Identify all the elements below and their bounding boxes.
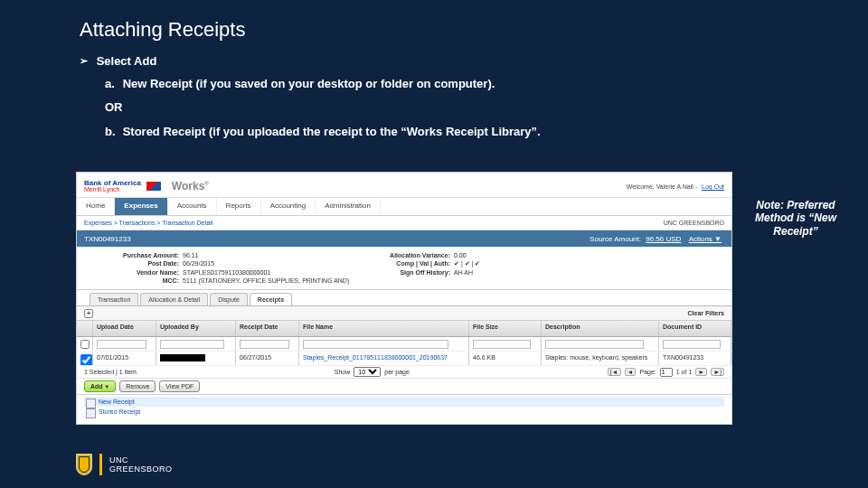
actions-menu[interactable]: Actions ▼ xyxy=(689,235,722,243)
row-file-size: 46.6 KB xyxy=(469,352,542,365)
user-line: Welcome, Valerie A Nall - Log Out xyxy=(627,183,724,190)
sub-item-or: OR xyxy=(105,100,796,115)
transaction-id: TXN00491233 xyxy=(84,235,131,243)
alloc-variance-label: Allocation Variance: xyxy=(373,252,450,258)
page-input[interactable] xyxy=(660,368,673,377)
triangle-bullet-icon: ➢ xyxy=(80,55,88,67)
selected-count: 1 Selected | 1 item xyxy=(84,369,137,375)
column-upload-date[interactable]: Upload Date xyxy=(93,321,156,336)
source-amount-link[interactable]: 96.56 USD xyxy=(646,235,681,243)
post-date-value: 06/29/2015 xyxy=(183,260,214,267)
slide-title: Attaching Receipts xyxy=(80,18,796,42)
filter-receipt-date[interactable] xyxy=(240,340,289,349)
filter-file-size[interactable] xyxy=(473,340,531,349)
nav-expenses[interactable]: Expenses xyxy=(115,198,167,215)
works-app-screenshot: Bank of America Merrill Lynch Works® Wel… xyxy=(76,172,732,425)
page-label: Page: xyxy=(639,369,656,375)
page-size-select[interactable]: 10 xyxy=(354,367,381,377)
view-pdf-button[interactable]: View PDF xyxy=(159,380,200,392)
column-file-name[interactable]: File Name xyxy=(299,321,469,336)
purchase-amount-value: 96.11 xyxy=(183,252,199,258)
vendor-name-value: STAPLES01759110380000001 xyxy=(183,269,270,276)
filter-upload-date[interactable] xyxy=(97,340,146,349)
column-uploaded-by[interactable]: Uploaded By xyxy=(156,321,236,336)
product-name: Works xyxy=(172,180,204,192)
breadcrumb[interactable]: Expenses > Transactions > Transaction De… xyxy=(84,220,212,226)
org-name: UNC GREENSBORO xyxy=(664,220,724,226)
signoff-value: AH AH xyxy=(454,269,473,276)
column-description[interactable]: Description xyxy=(542,321,659,336)
pager: |◄ ◄ Page: 1 of 1 ► ►| xyxy=(608,368,724,377)
logout-link[interactable]: Log Out xyxy=(702,183,724,190)
comp-val-auth-value: ✔ | ✔ | ✔ xyxy=(454,260,480,267)
filter-description[interactable] xyxy=(545,340,644,349)
column-receipt-date[interactable]: Receipt Date xyxy=(236,321,299,336)
nav-home[interactable]: Home xyxy=(77,198,115,215)
vendor-name-label: Vendor Name: xyxy=(102,269,179,276)
item-a-text: New Receipt (if you saved on your deskto… xyxy=(123,77,495,90)
menu-item-new-receipt[interactable]: New Receipt xyxy=(84,397,724,407)
flag-icon xyxy=(146,182,161,191)
source-amount-label: Source Amount: xyxy=(590,235,641,243)
welcome-label: Welcome, xyxy=(627,183,656,190)
purchase-amount-label: Purchase Amount: xyxy=(102,252,179,258)
clear-filters-link[interactable]: Clear Filters xyxy=(688,310,724,316)
row-file-name[interactable]: Staples_Receipt_011785111838000001_20190… xyxy=(299,352,469,365)
menu-item-stored-receipt[interactable]: Stored Receipt xyxy=(84,407,724,417)
trademark-icon: ® xyxy=(204,181,208,186)
per-page-label: per page xyxy=(384,369,410,375)
top-nav: Home Expenses Accounts Reports Accountin… xyxy=(77,198,731,216)
sub-item-b: b. Stored Receipt (if you uploaded the r… xyxy=(105,125,796,139)
page-of: 1 of 1 xyxy=(676,369,693,375)
bullet-text: Select Add xyxy=(97,54,157,68)
expand-filter-button[interactable]: + xyxy=(84,309,93,318)
redaction-bar xyxy=(160,354,205,361)
subtab-transaction[interactable]: Transaction xyxy=(90,293,138,305)
logo-text-greensboro: GREENSBORO xyxy=(109,465,173,474)
filter-uploaded-by[interactable] xyxy=(160,340,224,349)
brand-area: Bank of America Merrill Lynch Works® xyxy=(84,180,209,192)
row-description: Staples: mouse, keyboard, speakers xyxy=(542,352,659,365)
nav-accounts[interactable]: Accounts xyxy=(168,198,217,215)
item-a-label: a. xyxy=(105,77,119,91)
nav-reports[interactable]: Reports xyxy=(217,198,261,215)
source-amount-area: Source Amount: 96.56 USD Actions ▼ xyxy=(590,235,724,243)
row-checkbox[interactable] xyxy=(80,354,92,365)
item-b-label: b. xyxy=(105,125,119,139)
pager-first[interactable]: |◄ xyxy=(608,368,621,376)
row-receipt-date: 06/27/2015 xyxy=(236,352,299,365)
pager-last[interactable]: ►| xyxy=(711,368,724,376)
table-row[interactable]: 07/01/2015 06/27/2015 Staples_Receipt_01… xyxy=(77,352,731,366)
transaction-details: Purchase Amount:96.11 Allocation Varianc… xyxy=(77,247,731,290)
subtab-dispute[interactable]: Dispute xyxy=(210,293,248,305)
mcc-label: MCC: xyxy=(102,277,179,284)
remove-button[interactable]: Remove xyxy=(119,380,156,392)
add-dropdown-menu: New Receipt Stored Receipt xyxy=(77,395,731,418)
filter-file-name[interactable] xyxy=(303,340,448,349)
table-filter-row xyxy=(77,337,731,352)
subtab-receipts[interactable]: Receipts xyxy=(250,293,292,305)
logo-divider xyxy=(99,454,102,475)
subtab-allocation[interactable]: Allocation & Detail xyxy=(140,293,208,305)
show-label: Show xyxy=(335,369,351,375)
post-date-label: Post Date: xyxy=(102,260,179,267)
nav-accounting[interactable]: Accounting xyxy=(261,198,316,215)
preferred-method-note: Note: Preferred Method is “New Receipt” xyxy=(741,199,850,238)
column-document-id[interactable]: Document ID xyxy=(659,321,731,336)
filter-checkbox[interactable] xyxy=(80,340,90,349)
filter-document-id[interactable] xyxy=(663,340,721,349)
pager-prev[interactable]: ◄ xyxy=(625,368,637,376)
alloc-variance-value: 0.00 xyxy=(454,252,467,258)
uncg-logo: UNC GREENSBORO xyxy=(76,454,173,475)
subtab-bar: Transaction Allocation & Detail Dispute … xyxy=(77,290,731,306)
nav-administration[interactable]: Administration xyxy=(316,198,381,215)
mcc-value: 5111 (STATIONERY, OFFICE SUPPLIES, PRINT… xyxy=(183,277,349,284)
signoff-label: Sign Off History: xyxy=(373,269,450,276)
sub-item-a: a. New Receipt (if you saved on your des… xyxy=(105,77,796,91)
welcome-username: Valerie A Nall xyxy=(656,183,693,190)
column-file-size[interactable]: File Size xyxy=(469,321,542,336)
add-button[interactable]: Add xyxy=(84,380,116,392)
row-uploaded-by xyxy=(156,352,236,365)
pager-next[interactable]: ► xyxy=(695,368,707,376)
column-checkbox xyxy=(77,321,93,336)
